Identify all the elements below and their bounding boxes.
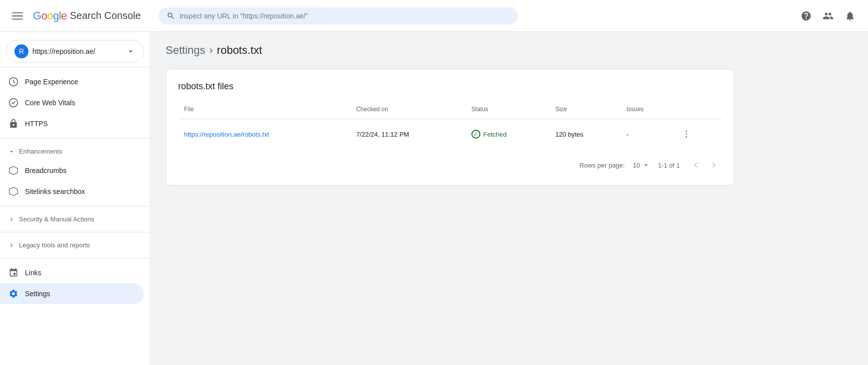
svg-marker-5 xyxy=(9,167,18,175)
cell-file: https://reposition.ae/robots.txt xyxy=(178,119,350,150)
sidebar-item-page-experience[interactable]: Page Experience xyxy=(0,71,144,92)
more-options-button[interactable] xyxy=(678,126,694,142)
status-check-icon: ✓ xyxy=(471,130,480,139)
logo-google-text: Google xyxy=(33,9,67,22)
sidebar-item-core-web-vitals[interactable]: Core Web Vitals xyxy=(0,92,144,113)
sidebar-label-links: Links xyxy=(25,269,41,277)
sidebar-label-core-web-vitals: Core Web Vitals xyxy=(25,99,75,107)
search-bar[interactable] xyxy=(159,7,518,24)
svg-rect-2 xyxy=(12,18,23,19)
sidebar-item-breadcrumbs[interactable]: Breadcrumbs xyxy=(0,160,144,181)
col-issues: Issues xyxy=(621,102,672,119)
cell-issues: - xyxy=(621,119,672,150)
svg-rect-0 xyxy=(12,12,23,13)
sidebar-item-settings[interactable]: Settings xyxy=(0,283,144,304)
sidebar-section-legacy[interactable]: Legacy tools and reports xyxy=(0,236,150,254)
help-button[interactable] xyxy=(796,6,816,26)
robots-card: robots.txt files File Checked on Status … xyxy=(166,69,734,185)
sidebar-divider-2 xyxy=(0,138,150,139)
col-actions xyxy=(672,102,722,119)
status-label: Fetched xyxy=(483,131,507,138)
col-file: File xyxy=(178,102,350,119)
links-icon xyxy=(8,267,19,278)
card-title: robots.txt files xyxy=(178,81,722,92)
sidebar-divider-4 xyxy=(0,232,150,232)
legacy-label: Legacy tools and reports xyxy=(19,241,90,249)
lock-icon xyxy=(8,118,19,129)
search-input[interactable] xyxy=(180,12,510,20)
property-icon: R xyxy=(14,44,28,58)
col-checked-on: Checked on xyxy=(350,102,465,119)
svg-rect-1 xyxy=(12,15,23,16)
rows-per-page-label: Rows per page: xyxy=(579,162,625,169)
rows-per-page-select[interactable]: 10 xyxy=(633,161,650,169)
core-web-vitals-icon xyxy=(8,97,19,108)
col-status: Status xyxy=(465,102,549,119)
topbar: Google Search Console xyxy=(0,0,868,32)
pagination-count: 1-1 of 1 xyxy=(658,162,680,169)
rows-per-page-chevron xyxy=(642,161,650,169)
security-label: Security & Manual Actions xyxy=(19,215,94,223)
robots-table: File Checked on Status Size Issues https… xyxy=(178,102,722,149)
notifications-button[interactable] xyxy=(840,6,860,26)
breadcrumb-separator: › xyxy=(210,44,213,57)
sidebar-label-settings: Settings xyxy=(25,290,50,298)
enhancements-label: Enhancements xyxy=(19,148,62,155)
file-link[interactable]: https://reposition.ae/robots.txt xyxy=(184,131,269,138)
sidebar-divider-1 xyxy=(0,67,150,67)
sidebar-divider-3 xyxy=(0,206,150,206)
cell-more xyxy=(672,119,722,150)
expand-icon-legacy xyxy=(8,242,15,249)
sidebar-item-sitelinks[interactable]: Sitelinks searchbox xyxy=(0,181,144,202)
pagination: Rows per page: 10 1-1 of 1 xyxy=(178,157,722,173)
col-size: Size xyxy=(549,102,620,119)
sidebar-label-https: HTTPS xyxy=(25,120,48,128)
breadcrumb-parent[interactable]: Settings xyxy=(166,44,206,57)
sidebar-section-security[interactable]: Security & Manual Actions xyxy=(0,210,150,228)
settings-icon xyxy=(8,288,19,299)
table-header-row: File Checked on Status Size Issues xyxy=(178,102,722,119)
sitelinks-icon xyxy=(8,186,19,197)
cell-checked-on: 7/22/24, 11:12 PM xyxy=(350,119,465,150)
collapse-icon xyxy=(8,148,15,155)
cell-size: 120 bytes xyxy=(549,119,620,150)
main-content: Settings › robots.txt robots.txt files F… xyxy=(150,32,868,365)
page-experience-icon xyxy=(8,76,19,87)
rows-per-page-value: 10 xyxy=(633,162,640,169)
property-url: https://reposition.ae/ xyxy=(32,47,122,55)
search-icon xyxy=(167,11,175,20)
sidebar-label-sitelinks: Sitelinks searchbox xyxy=(25,187,85,195)
breadcrumb-current: robots.txt xyxy=(217,44,262,57)
sidebar-label-page-experience: Page Experience xyxy=(25,78,78,86)
pagination-nav xyxy=(688,157,722,173)
sidebar-item-links[interactable]: Links xyxy=(0,262,144,283)
table-row: https://reposition.ae/robots.txt 7/22/24… xyxy=(178,119,722,150)
svg-marker-6 xyxy=(9,187,18,196)
sidebar-divider-5 xyxy=(0,258,150,258)
sidebar-label-breadcrumbs: Breadcrumbs xyxy=(25,167,66,175)
status-fetched: ✓ Fetched xyxy=(471,130,543,139)
prev-page-button[interactable] xyxy=(688,157,704,173)
logo-product-text: Search Console xyxy=(70,10,141,21)
svg-point-7 xyxy=(685,131,687,132)
account-button[interactable] xyxy=(818,6,838,26)
chevron-down-icon xyxy=(126,47,135,56)
sidebar-section-enhancements[interactable]: Enhancements xyxy=(0,143,150,160)
sidebar-item-https[interactable]: HTTPS xyxy=(0,113,144,134)
breadcrumb: Settings › robots.txt xyxy=(166,44,852,57)
layout: R https://reposition.ae/ Page Experience xyxy=(0,32,868,365)
cell-status: ✓ Fetched xyxy=(465,119,549,150)
svg-point-8 xyxy=(685,134,687,135)
topbar-actions xyxy=(796,6,860,26)
sidebar: R https://reposition.ae/ Page Experience xyxy=(0,32,150,365)
breadcrumbs-icon xyxy=(8,165,19,176)
property-selector[interactable]: R https://reposition.ae/ xyxy=(6,40,144,63)
expand-icon-security xyxy=(8,216,15,223)
menu-icon[interactable] xyxy=(8,6,27,25)
svg-point-9 xyxy=(685,137,687,138)
next-page-button[interactable] xyxy=(706,157,722,173)
app-logo: Google Search Console xyxy=(33,9,141,22)
